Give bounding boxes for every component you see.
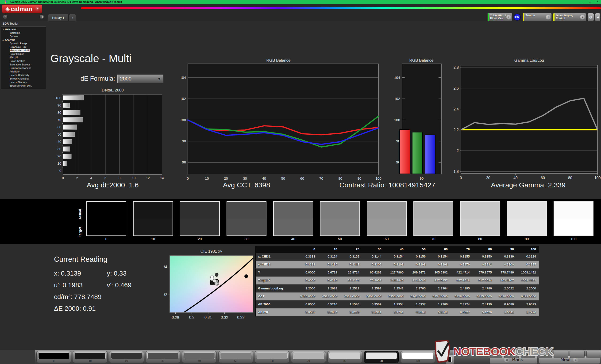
sidebar-item-saturation-sweeps[interactable]: Saturation Sweeps [1,63,46,66]
table-cell: 457.1518 [451,277,473,285]
sidebar-item-color-gamut[interactable]: Color Gamut [1,52,46,56]
expander-icon[interactable]: ◢ [2,38,3,42]
source-label: Source [524,13,546,17]
reading-y: y: 0.33 [107,270,127,277]
table-row-label: y: CIE31 [256,260,296,268]
sidebar-item-dynamic-range[interactable]: Dynamic Range [1,42,46,45]
sidebar-item-spectral-power-dist-[interactable]: Spectral Power Dist. [1,84,46,87]
svg-text:50: 50 [281,176,285,180]
pattern-button-50[interactable]: 50 [218,351,253,363]
table-cell: 0.3139 [495,253,517,260]
sidebar-item-options[interactable]: Options [1,35,46,38]
panel-collapse-icon[interactable]: ◀ [595,13,601,21]
de-formula-select[interactable]: 2000 ▼ [117,75,163,83]
minimize-icon[interactable]: — [579,0,585,4]
table-row: ΔE ITP0.00878.28545.82355.13213.97614.35… [256,308,539,316]
measurement-table: 0102030405060708090100x: CIE310.33330.31… [255,246,539,316]
sidebar-options-button[interactable]: ● [3,15,8,19]
table-cell: 4.3598 [406,308,429,316]
pattern-button-80[interactable]: 80 [328,351,362,363]
pattern-button-40[interactable]: 40 [182,351,217,363]
swatch-target [367,219,406,235]
table-cell: 0.0087 [296,308,318,316]
table-cell: 0.3156 [406,253,429,260]
sidebar-item-welcome[interactable]: Welcome [1,31,46,35]
gray-swatch-40 [273,201,313,236]
table-cell: 6337.0000 [340,292,362,300]
add-tab-button[interactable]: + [69,14,76,21]
table-row-label: Y [256,268,296,277]
svg-text:100: 100 [56,96,61,100]
pattern-swatch [329,353,360,359]
chevron-down-icon: ▼ [546,15,551,19]
tab-history-1[interactable]: History 1 [48,14,69,21]
pattern-button-90[interactable]: 90 [364,351,399,363]
sidebar-item-welcome[interactable]: ◢Welcome [1,28,46,31]
sidebar-item-3d-lut[interactable]: 3D LUT [1,56,46,59]
swatch-actual [134,202,172,219]
sidebar-item-grayscale-multi[interactable]: Grayscale - Multi [1,49,46,52]
pattern-label: 0 [37,360,71,362]
gray-swatch-20 [180,201,220,236]
pattern-swatch [38,353,69,359]
watermark-notebook-text: NOTEBOOK [453,345,515,358]
table-cell: 0.0000 [296,268,318,277]
table-cell: 5.6718 [318,268,340,277]
sidebar-item-label: Welcome [5,28,16,31]
sidebar-item-colorchecker[interactable]: ColorChecker [1,59,46,63]
table-corner-cell [256,246,296,253]
sidebar-item-label: Grayscale - 2pt [10,46,26,48]
svg-text:0: 0 [62,176,64,179]
pattern-button-0[interactable]: 0 [36,351,71,363]
gear-icon[interactable]: ⚙ [587,13,594,21]
chevron-down-icon: ▼ [506,15,511,19]
svg-text:0: 0 [60,169,61,172]
sidebar-collapse-button[interactable]: ◀ [40,15,44,19]
table-cell: 6354.0000 [429,292,451,300]
table-row-label: ΔE 2000 [256,300,296,308]
pattern-swatch [184,353,215,359]
gray-swatch-10 [133,201,173,236]
pattern-swatch [366,353,397,359]
sidebar-item-luminance-sweeps[interactable]: Luminance Sweeps [1,66,46,70]
svg-text:60: 60 [58,125,61,129]
svg-text:102: 102 [181,97,186,101]
swatch-target [180,219,219,235]
expander-icon[interactable]: ◢ [2,28,3,31]
maximize-icon[interactable]: ▢ [587,0,593,4]
swatch-actual [367,202,406,219]
close-icon[interactable]: ✕ [594,0,601,4]
table-cell: 0.3279 [451,260,473,268]
pattern-button-10[interactable]: 10 [73,351,108,363]
sidebar-item-additivity[interactable]: Additivity [1,70,46,73]
table-cell: 5.5842 [429,308,451,316]
sidebar-item-screen-angularity[interactable]: Screen Angularity [1,77,46,80]
sidebar-item-analysis[interactable]: ◢Analysis [1,38,46,42]
table-cell: 2.4786 [473,285,495,292]
sidebar-item-screen-uniformity[interactable]: Screen Uniformity [1,73,46,77]
pattern-button-30[interactable]: 30 [146,351,180,363]
sidebar-item-grayscale-2pt[interactable]: Grayscale - 2pt [1,45,46,49]
bottom-bar-left-gap [0,350,35,364]
gamma-line-chart: 1.822.22.42.62.8020406080100 [447,59,601,181]
rgb-balance-line-chart: 96981001021040102030405060708090100 [181,59,383,181]
meter-dropdown[interactable]: X-Rite i1Pro 2 Direct View ▼ [487,13,512,21]
svg-text:90: 90 [357,176,361,180]
gray-swatch-30 [227,201,266,236]
table-column-header: 60 [429,246,451,253]
pattern-swatch [111,353,142,359]
table-cell: 6.6386 [318,277,340,285]
calman-menu-button[interactable]: ◈ calman ▼ [2,4,42,13]
table-cell: 6493.0000 [517,292,539,300]
pattern-button-20[interactable]: 20 [109,351,144,363]
table-cell: 6523.0000 [318,292,340,300]
svg-text:0.33: 0.33 [237,316,244,318]
pattern-button-100[interactable]: 100 [400,351,435,363]
meter-count-badge[interactable]: 237 [514,14,521,21]
source-dropdown[interactable]: Source ▼ [523,13,552,21]
pattern-button-60[interactable]: 60 [255,351,290,363]
sidebar-item-screen-stability[interactable]: Screen Stability [1,80,46,84]
table-column-header: 0 [296,246,318,253]
pattern-button-70[interactable]: 70 [291,351,326,363]
display-control-dropdown[interactable]: Direct Display Control ▼ [553,13,586,21]
